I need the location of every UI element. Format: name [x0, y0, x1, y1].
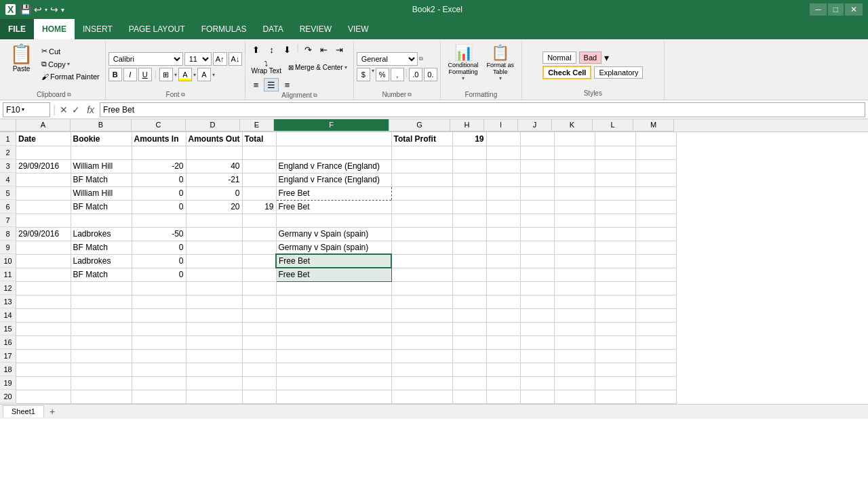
cell-G15[interactable]	[391, 322, 452, 336]
cell-D1[interactable]: Amounts Out	[186, 132, 242, 146]
cell-M16[interactable]	[635, 336, 676, 349]
cell-C1[interactable]: Amounts In	[132, 132, 186, 146]
cell-K14[interactable]	[554, 308, 595, 322]
cell-M14[interactable]	[635, 308, 676, 322]
align-bottom-button[interactable]: ⬇	[279, 43, 294, 56]
align-center-button[interactable]: ☰	[264, 78, 279, 92]
cell-F4[interactable]: England v France (England)	[276, 173, 391, 186]
cell-C17[interactable]	[132, 349, 186, 363]
cell-I3[interactable]	[486, 159, 520, 173]
font-color-dropdown-icon[interactable]: ▾	[212, 72, 215, 78]
cell-E14[interactable]	[242, 308, 276, 322]
cell-H10[interactable]	[452, 254, 486, 268]
cell-G4[interactable]	[391, 173, 452, 186]
cell-D20[interactable]	[186, 390, 242, 403]
cell-A18[interactable]	[16, 363, 71, 376]
cell-B1[interactable]: Bookie	[71, 132, 132, 146]
col-header-f[interactable]: F	[274, 119, 389, 131]
clipboard-expand-icon[interactable]: ⧉	[67, 92, 71, 98]
align-left-button[interactable]: ≡	[248, 78, 263, 92]
cell-F11[interactable]: Free Bet	[276, 268, 391, 281]
cell-C5[interactable]: 0	[132, 186, 186, 200]
cell-L8[interactable]	[595, 227, 635, 241]
cell-I16[interactable]	[486, 336, 520, 349]
cell-B3[interactable]: William Hill	[71, 159, 132, 173]
style-explanatory-button[interactable]: Explanatory	[594, 66, 643, 79]
cell-A16[interactable]	[16, 336, 71, 349]
cell-A11[interactable]	[16, 268, 71, 281]
undo-dropdown-icon[interactable]: ▾	[45, 7, 47, 13]
cell-E10[interactable]	[242, 254, 276, 268]
col-header-m[interactable]: M	[633, 119, 674, 131]
cell-F13[interactable]	[276, 295, 391, 308]
row-num-6[interactable]: 6	[0, 200, 16, 214]
col-header-g[interactable]: G	[389, 119, 450, 131]
cell-H4[interactable]	[452, 173, 486, 186]
cell-K3[interactable]	[554, 159, 595, 173]
cell-F5[interactable]: Free Bet	[276, 186, 391, 200]
cell-H17[interactable]	[452, 349, 486, 363]
cell-G5[interactable]	[391, 186, 452, 200]
row-num-3[interactable]: 3	[0, 159, 16, 173]
cell-I12[interactable]	[486, 281, 520, 295]
cell-C12[interactable]	[132, 281, 186, 295]
menu-item-file[interactable]: FILE	[0, 19, 34, 39]
cell-F20[interactable]	[276, 390, 391, 403]
paste-button[interactable]: 📋 Paste	[5, 43, 37, 75]
cell-H5[interactable]	[452, 186, 486, 200]
cell-E13[interactable]	[242, 295, 276, 308]
cell-A12[interactable]	[16, 281, 71, 295]
format-painter-button[interactable]: 🖌 Format Painter	[39, 71, 102, 82]
cell-D4[interactable]: -21	[186, 173, 242, 186]
cell-B20[interactable]	[71, 390, 132, 403]
cell-M19[interactable]	[635, 376, 676, 390]
italic-button[interactable]: I	[123, 68, 137, 81]
cell-K19[interactable]	[554, 376, 595, 390]
cell-D15[interactable]	[186, 322, 242, 336]
border-dropdown-icon[interactable]: ▾	[174, 72, 177, 78]
font-size-select[interactable]: 11	[184, 52, 212, 66]
row-num-17[interactable]: 17	[0, 349, 16, 363]
cell-E8[interactable]	[242, 227, 276, 241]
cancel-formula-icon[interactable]: ✕	[58, 104, 69, 115]
cell-H20[interactable]	[452, 390, 486, 403]
cell-E7[interactable]	[242, 214, 276, 227]
cell-L14[interactable]	[595, 308, 635, 322]
cell-C19[interactable]	[132, 376, 186, 390]
cell-F9[interactable]: Germany v Spain (spain)	[276, 241, 391, 254]
accounting-format-button[interactable]: $	[357, 68, 370, 81]
cell-B9[interactable]: BF Match	[71, 241, 132, 254]
menu-item-home[interactable]: HOME	[34, 19, 75, 39]
cell-A4[interactable]	[16, 173, 71, 186]
cell-J14[interactable]	[520, 308, 554, 322]
cell-L10[interactable]	[595, 254, 635, 268]
maximize-icon[interactable]: □	[828, 3, 844, 16]
cell-C18[interactable]	[132, 363, 186, 376]
confirm-formula-icon[interactable]: ✓	[71, 104, 81, 115]
cell-J3[interactable]	[520, 159, 554, 173]
cell-D8[interactable]	[186, 227, 242, 241]
cell-I1[interactable]	[486, 132, 520, 146]
cell-C16[interactable]	[132, 336, 186, 349]
font-size-decrease-button[interactable]: A↓	[229, 52, 243, 66]
cell-J1[interactable]	[520, 132, 554, 146]
wrap-text-button[interactable]: ⤵ Wrap Text	[248, 58, 284, 76]
sheet-tab-sheet1[interactable]: Sheet1	[3, 405, 44, 418]
cell-C20[interactable]	[132, 390, 186, 403]
cell-M6[interactable]	[635, 200, 676, 214]
cell-L2[interactable]	[595, 146, 635, 159]
cell-L4[interactable]	[595, 173, 635, 186]
row-num-12[interactable]: 12	[0, 281, 16, 295]
cell-H12[interactable]	[452, 281, 486, 295]
cell-C13[interactable]	[132, 295, 186, 308]
cell-F15[interactable]	[276, 322, 391, 336]
cell-F1[interactable]	[276, 132, 391, 146]
cell-F10[interactable]: Free Bet	[276, 254, 391, 268]
cell-G16[interactable]	[391, 336, 452, 349]
cell-D3[interactable]: 40	[186, 159, 242, 173]
undo-icon[interactable]: ↩	[34, 4, 42, 15]
cell-A10[interactable]	[16, 254, 71, 268]
cell-H18[interactable]	[452, 363, 486, 376]
fill-color-button[interactable]: A	[178, 68, 192, 81]
cell-H9[interactable]	[452, 241, 486, 254]
